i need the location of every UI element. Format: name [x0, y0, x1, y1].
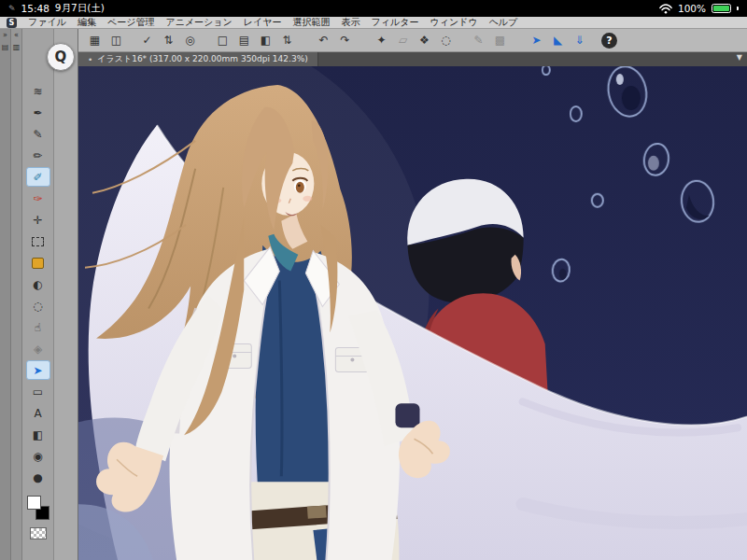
menu-filter[interactable]: フィルター — [372, 16, 419, 29]
battery-icon — [712, 4, 731, 13]
text-tool[interactable]: A — [26, 403, 50, 423]
pencil-tool[interactable]: ✏ — [26, 146, 50, 165]
open-page-button[interactable]: ▤ — [233, 32, 255, 49]
tab-dropdown-icon[interactable]: ▼ — [737, 53, 742, 62]
eyedropper-icon: ◉ — [33, 450, 42, 463]
gradient-circle-tool[interactable]: ◐ — [26, 274, 50, 294]
brush-icon: ✐ — [33, 171, 42, 184]
command-bar: ▦ ◫ ✓ ⇅ ◎ □ ▤ ◧ ⇅ ↶ ↷ ✦ ▱ ❖ ◌ ✎ ▩ ➤ ◣ ⇓ — [78, 29, 747, 52]
figure-tool[interactable]: ▭ — [26, 382, 50, 401]
layer-move-tool[interactable]: ≋ — [26, 81, 50, 101]
correct-line-button[interactable]: ✎ — [468, 32, 489, 49]
marquee-tool[interactable] — [26, 231, 50, 251]
import-button[interactable]: ⇓ — [569, 32, 590, 49]
selection-pen-tool[interactable]: ✒ — [26, 103, 50, 122]
text-icon: A — [34, 407, 41, 420]
menu-help[interactable]: ヘルプ — [489, 16, 518, 29]
gradient-tool[interactable]: ◧ — [26, 425, 50, 444]
fill-icon: ❖ — [419, 34, 430, 47]
main-color-swatch[interactable] — [27, 496, 41, 510]
correct-line-icon: ✎ — [473, 34, 483, 47]
expand-dock-icon[interactable]: » — [3, 32, 7, 39]
palette-dock-strip-left: » ▤ — [0, 29, 11, 560]
battery-percent: 100% — [678, 3, 706, 14]
object-arrow-icon: ➤ — [33, 364, 42, 377]
auto-select-icon: ✦ — [376, 34, 386, 47]
ipad-status-bar: ✎ 15:48 9月7日(土) 100% — [0, 0, 747, 17]
fill-button[interactable]: ❖ — [414, 32, 435, 49]
help-button[interactable]: ? — [601, 33, 617, 49]
undo-button[interactable]: ↶ — [313, 32, 334, 49]
brush-tool[interactable]: ✐ — [26, 167, 50, 187]
palette-list-icon[interactable]: ▥ — [13, 44, 21, 51]
ruler-snap-icon: ◣ — [554, 34, 562, 47]
redo-button[interactable]: ↷ — [334, 32, 356, 49]
transparent-color-swatch[interactable] — [30, 527, 47, 539]
menu-page-management[interactable]: ページ管理 — [107, 16, 154, 29]
page-stepper-button[interactable]: ⇅ — [276, 32, 298, 49]
workspace-layout-button[interactable]: ▦ — [84, 32, 106, 49]
pencil-icon: ✏ — [33, 149, 42, 162]
export-page-icon: ◧ — [261, 34, 271, 47]
new-page-button[interactable]: □ — [212, 32, 233, 49]
menu-layer[interactable]: レイヤー — [244, 16, 282, 29]
hand-tool[interactable]: ✛ — [26, 210, 50, 230]
transform-button[interactable]: ▱ — [392, 32, 414, 49]
marker-icon: ✑ — [33, 192, 42, 205]
ruler-snap-button[interactable]: ◣ — [547, 32, 569, 49]
hand-icon: ✛ — [33, 214, 42, 227]
export-page-button[interactable]: ◧ — [255, 32, 276, 49]
gradient-circle-icon: ◐ — [33, 278, 42, 291]
palette-tabs-icon[interactable]: ▤ — [2, 44, 9, 51]
object-cursor-button[interactable]: ➤ — [526, 32, 547, 49]
symmetry-ruler-button[interactable]: ◎ — [179, 32, 201, 49]
eyedropper-tool[interactable]: ◉ — [26, 446, 50, 466]
pen-icon: ✎ — [33, 128, 42, 141]
collapse-dock-icon[interactable]: « — [14, 32, 19, 39]
document-title: イラスト16* (317.00 x 220.00mm 350dpi 142.3%… — [97, 53, 307, 65]
battery-tip — [737, 7, 739, 10]
undo-icon: ↶ — [318, 34, 328, 47]
open-page-icon: ▤ — [239, 34, 249, 47]
document-tab[interactable]: • イラスト16* (317.00 x 220.00mm 350dpi 142.… — [78, 52, 318, 66]
pixel-grid-icon: ▩ — [495, 34, 505, 47]
quick-zoom-button[interactable]: Q — [47, 43, 75, 71]
snap-stepper-button[interactable]: ⇅ — [158, 32, 179, 49]
marker-tool[interactable]: ✑ — [26, 189, 50, 208]
finger-smudge-tool[interactable]: ☝ — [26, 317, 50, 337]
frame-tool[interactable]: ◈ — [26, 339, 50, 358]
layer-move-icon: ≋ — [33, 85, 42, 98]
selection-pen-icon: ✒ — [33, 106, 42, 119]
flip-view-icon: ◫ — [111, 34, 121, 47]
document-tab-bar: • イラスト16* (317.00 x 220.00mm 350dpi 142.… — [78, 52, 747, 66]
blend-icon: ◌ — [33, 300, 42, 313]
snap-check-button[interactable]: ✓ — [136, 32, 158, 49]
menu-animation[interactable]: アニメーション — [165, 16, 232, 29]
menu-selection[interactable]: 選択範囲 — [293, 16, 331, 29]
snap-check-icon: ✓ — [142, 34, 151, 47]
redo-icon: ↷ — [340, 34, 349, 47]
auto-select-button[interactable]: ✦ — [371, 32, 392, 49]
clip-studio-logo[interactable]: S — [7, 18, 17, 28]
status-date: 9月7日(土) — [55, 2, 105, 15]
gradient-icon: ◧ — [33, 428, 43, 441]
quick-zoom-label: Q — [55, 49, 67, 65]
menu-edit[interactable]: 編集 — [78, 16, 96, 29]
select-area-button[interactable]: ◌ — [435, 32, 457, 49]
flip-view-button[interactable]: ◫ — [106, 32, 127, 49]
canvas-area[interactable] — [78, 66, 747, 560]
help-icon: ? — [606, 35, 612, 47]
snap-stepper-icon: ⇅ — [163, 34, 173, 47]
palette-dock-strip-right: « ▥ — [11, 29, 22, 560]
menu-view[interactable]: 表示 — [342, 16, 360, 29]
canvas-artwork[interactable] — [78, 66, 747, 560]
ellipse-tool[interactable]: ● — [26, 468, 50, 487]
menu-window[interactable]: ウィンドウ — [430, 16, 477, 29]
menu-file[interactable]: ファイル — [28, 16, 66, 29]
object-arrow-tool[interactable]: ➤ — [26, 360, 50, 380]
bucket-fill-tool[interactable] — [26, 253, 50, 273]
pen-tool[interactable]: ✎ — [26, 124, 50, 144]
blend-tool[interactable]: ◌ — [26, 296, 50, 315]
frame-icon: ◈ — [34, 343, 42, 356]
pixel-grid-button[interactable]: ▩ — [489, 32, 511, 49]
